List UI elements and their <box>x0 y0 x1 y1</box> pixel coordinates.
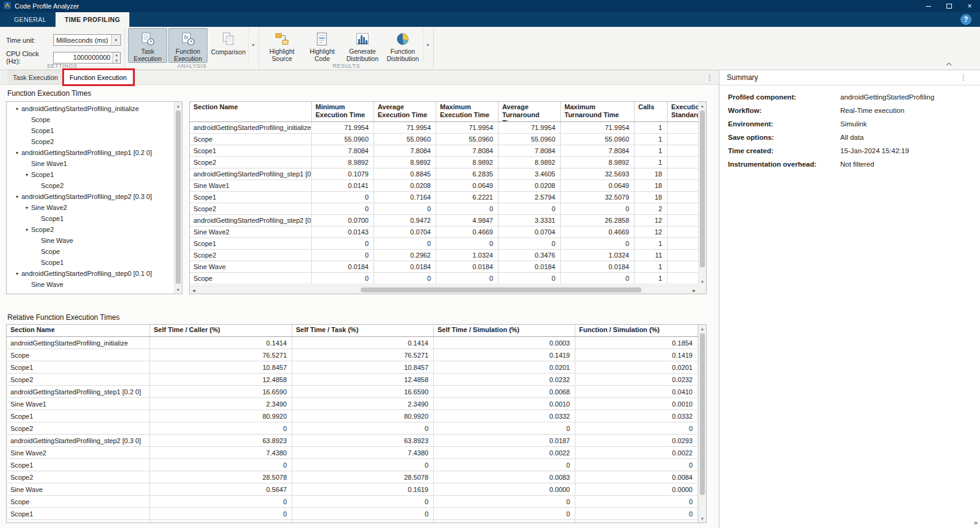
table-cell[interactable]: 0.0068 <box>434 386 575 397</box>
table-cell[interactable]: 0 <box>292 459 434 471</box>
table-cell[interactable]: Scope <box>190 273 312 284</box>
table-cell[interactable] <box>668 122 698 133</box>
results-button-function-distribution[interactable]: Function Distribution <box>383 28 422 63</box>
table-cell[interactable]: 76.5271 <box>150 349 292 361</box>
table-cell[interactable]: Scope1 <box>7 361 150 373</box>
tree-collapse-icon[interactable]: ▾ <box>23 172 31 178</box>
table-row[interactable]: Scope0000 <box>7 496 698 508</box>
table-cell[interactable]: 0 <box>561 238 635 249</box>
table-cell[interactable]: 0.0022 <box>575 447 698 458</box>
table-cell[interactable]: 80.9920 <box>150 410 292 422</box>
tree-item[interactable]: Sine Wave <box>7 235 173 246</box>
table-cell[interactable]: 0 <box>150 508 292 519</box>
table-cell[interactable]: 0.1414 <box>292 337 434 349</box>
table-cell[interactable]: 76.5271 <box>292 349 434 361</box>
table-cell[interactable]: 0 <box>575 508 698 519</box>
table-cell[interactable]: Scope <box>190 134 312 145</box>
table-cell[interactable]: 0.5647 <box>150 483 292 495</box>
analysis-button-function-execution[interactable]: fxFunction Execution <box>168 28 207 63</box>
table-row[interactable]: Scope000001 <box>190 273 698 284</box>
table-cell[interactable] <box>668 145 698 156</box>
tree-item[interactable]: Scope2 <box>7 136 173 147</box>
table-cell[interactable]: Scope1 <box>7 459 150 471</box>
table-cell[interactable]: 28.5078 <box>150 471 292 483</box>
table-cell[interactable]: 0.0000 <box>575 483 698 495</box>
table-cell[interactable] <box>668 226 698 237</box>
table-cell[interactable] <box>668 250 698 261</box>
tree-scrollbar[interactable]: ▲ ▼ <box>174 102 182 294</box>
scrollbar-thumb[interactable] <box>361 288 641 292</box>
table-cell[interactable] <box>434 520 575 523</box>
table-cell[interactable]: Scope1 <box>190 192 312 203</box>
tree-item[interactable]: Scope1 <box>7 125 173 136</box>
tree-item[interactable]: ▾androidGettingStartedProfiling_step1 [0… <box>7 147 173 158</box>
table-cell[interactable]: Scope1 <box>190 238 312 249</box>
table-row[interactable]: Scope55.096055.096055.096055.096055.0960… <box>190 134 698 145</box>
table-cell[interactable]: androidGettingStartedProfiling_step2 [0.… <box>7 435 150 446</box>
table-cell[interactable]: Scope2 <box>7 422 150 434</box>
table-cell[interactable]: 0 <box>312 250 374 261</box>
tree-item[interactable]: Scope1 <box>7 213 173 224</box>
table-cell[interactable]: 1 <box>635 273 668 284</box>
table-cell[interactable]: 0.0332 <box>575 410 698 422</box>
table-cell[interactable]: 0.0010 <box>434 398 575 410</box>
table-cell[interactable]: 12 <box>635 215 668 226</box>
vertical-scrollbar[interactable]: ▲ ▼ <box>698 325 706 523</box>
table-cell[interactable]: Sine Wave2 <box>190 226 312 237</box>
table-cell[interactable] <box>668 168 698 179</box>
table-cell[interactable]: 7.8084 <box>561 145 635 156</box>
table-cell[interactable]: 55.0960 <box>436 134 499 145</box>
table-cell[interactable]: 71.9954 <box>499 122 561 133</box>
tree-item[interactable]: ▾androidGettingStartedProfiling_initiali… <box>7 103 173 114</box>
collapse-ribbon-button[interactable] <box>946 57 952 68</box>
table-cell[interactable]: 26.2858 <box>561 215 635 226</box>
table-cell[interactable]: 32.5693 <box>561 168 635 179</box>
table-cell[interactable]: 0 <box>575 459 698 471</box>
maximize-button[interactable] <box>939 0 959 12</box>
table-cell[interactable]: 3.4605 <box>499 168 561 179</box>
table-cell[interactable]: 0.1419 <box>575 349 698 361</box>
time-unit-dropdown[interactable]: Milliseconds (ms) ▾ <box>53 34 121 46</box>
table-cell[interactable]: 0.4669 <box>561 226 635 237</box>
table-cell[interactable]: 0 <box>150 496 292 507</box>
table-cell[interactable]: androidGettingStartedProfiling_initializ… <box>7 337 150 349</box>
main-panel-menu-button[interactable]: ⋮ <box>701 70 719 84</box>
column-header-execution-standard[interactable]: Execution Standard <box>668 102 698 121</box>
summary-menu-button[interactable]: ⋮ <box>954 73 973 82</box>
table-cell[interactable]: 0.0022 <box>434 447 575 458</box>
tree-item[interactable]: Sine Wave <box>7 279 173 290</box>
table-cell[interactable]: Sine Wave <box>7 483 150 495</box>
table-cell[interactable]: androidGettingStartedProfiling_step1 [0.… <box>190 168 312 179</box>
table-cell[interactable]: 0.7164 <box>374 192 436 203</box>
table-cell[interactable]: 0.0332 <box>434 410 575 422</box>
table-row[interactable]: Scope2000002 <box>190 203 698 215</box>
table-cell[interactable]: 0.2962 <box>374 250 436 261</box>
table-cell[interactable]: 0 <box>292 422 434 434</box>
table-cell[interactable]: Scope1 <box>7 410 150 422</box>
scroll-right-icon[interactable]: ▶ <box>690 286 698 294</box>
table-cell[interactable]: 0.1079 <box>312 168 374 179</box>
table-cell[interactable]: Scope <box>7 349 150 361</box>
table-row[interactable]: androidGettingStartedProfiling_step1 [0.… <box>190 168 698 180</box>
scroll-down-icon[interactable]: ▼ <box>699 515 706 523</box>
table-cell[interactable]: 7.8084 <box>374 145 436 156</box>
cpu-clock-spinner[interactable]: ▴ ▾ <box>112 52 120 63</box>
table-cell[interactable]: 0 <box>561 203 635 214</box>
tree-item[interactable]: ▾androidGettingStartedProfiling_step0 [0… <box>7 268 173 279</box>
tree-item[interactable]: Scope2 <box>7 180 173 191</box>
table-cell[interactable]: 0.3476 <box>499 250 561 261</box>
column-header-self-time-caller[interactable]: Self Time / Caller (%) <box>150 325 292 336</box>
table-cell[interactable]: 6.2835 <box>436 168 499 179</box>
table-cell[interactable]: 1.0324 <box>436 250 499 261</box>
table-cell[interactable]: 12.4858 <box>150 374 292 385</box>
table-cell[interactable]: 63.8923 <box>292 435 434 446</box>
tree-item[interactable]: ▾Scope2 <box>7 224 173 235</box>
spinner-down-icon[interactable]: ▾ <box>113 57 120 63</box>
table-cell[interactable]: 7.8084 <box>499 145 561 156</box>
table-cell[interactable]: 8.9892 <box>374 157 436 168</box>
column-header-section-name[interactable]: Section Name <box>7 325 150 336</box>
table-row[interactable]: androidGettingStartedProfiling_initializ… <box>7 337 698 349</box>
table-cell[interactable]: 0.9472 <box>374 215 436 226</box>
close-button[interactable]: × <box>959 0 980 12</box>
cpu-clock-input[interactable]: 1000000000 ▴ ▾ <box>53 52 121 63</box>
